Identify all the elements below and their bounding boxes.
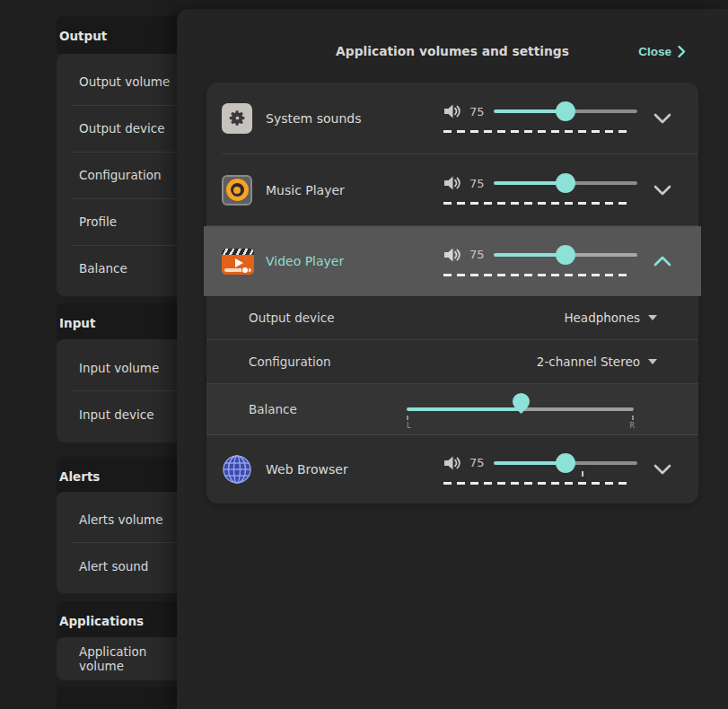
caret-down-icon xyxy=(648,315,657,320)
section-label-applications: Applications xyxy=(59,614,144,628)
sidebar-item-output-device[interactable]: Output device xyxy=(57,106,191,152)
sidebar-item-balance[interactable]: Balance xyxy=(57,246,191,292)
expand-row-button[interactable] xyxy=(653,464,671,475)
balance-label: Balance xyxy=(249,402,297,416)
volume-value: 75 xyxy=(469,248,486,261)
sidebar-item-profile[interactable]: Profile xyxy=(57,199,191,245)
sidebar-item-alert-sound[interactable]: Alert sound xyxy=(57,543,191,589)
sidebar-section-input: Input xyxy=(57,303,191,343)
globe-icon xyxy=(222,454,252,485)
sidebar-group-output: Output volume Output device Configuratio… xyxy=(57,54,191,296)
output-device-label: Output device xyxy=(249,311,335,325)
sidebar-section-alerts: Alerts xyxy=(57,457,191,496)
app-name: Music Player xyxy=(266,183,345,197)
chevron-down-icon xyxy=(653,113,671,124)
speaker-icon xyxy=(222,175,252,206)
volume-value: 75 xyxy=(469,456,486,469)
output-device-dropdown[interactable]: Headphones xyxy=(564,311,657,325)
app-name: Video Player xyxy=(266,254,344,268)
app-row-web-browser[interactable]: Web Browser 75 xyxy=(206,435,698,503)
sidebar-section-applications: Applications xyxy=(57,601,191,641)
sidebar-item-alerts-volume[interactable]: Alerts volume xyxy=(57,496,191,542)
settings-sidebar: Output Output volume Output device Confi… xyxy=(57,0,191,709)
volume-controls: 75 xyxy=(443,247,637,276)
volume-controls: 75 xyxy=(443,455,637,485)
chevron-right-icon xyxy=(678,45,686,57)
configuration-label: Configuration xyxy=(249,354,331,369)
application-volumes-panel: Application volumes and settings Close S… xyxy=(177,9,728,709)
balance-slider-thumb[interactable] xyxy=(509,390,533,414)
sidebar-item-application-volume[interactable]: Application volume xyxy=(57,637,191,680)
app-name: Web Browser xyxy=(266,462,348,477)
volume-value: 75 xyxy=(469,177,486,190)
output-device-value: Headphones xyxy=(564,311,640,325)
volume-value: 75 xyxy=(469,105,486,118)
app-name: System sounds xyxy=(266,111,361,126)
sidebar-group-input: Input volume Input device xyxy=(57,339,191,442)
output-device-row: Output device Headphones xyxy=(206,296,698,340)
close-button[interactable]: Close xyxy=(638,45,686,58)
video-player-icon xyxy=(222,246,252,276)
balance-right-label: R xyxy=(629,422,635,430)
level-meter xyxy=(443,274,629,276)
sidebar-group-applications: Application volume xyxy=(57,637,191,680)
base-volume-tick xyxy=(582,471,583,477)
expand-row-button[interactable] xyxy=(653,113,671,124)
panel-header: Application volumes and settings Close xyxy=(177,9,728,83)
sidebar-item-input-volume[interactable]: Input volume xyxy=(57,345,191,390)
chevron-down-icon xyxy=(653,464,671,475)
expand-row-button[interactable] xyxy=(653,185,671,196)
close-button-label: Close xyxy=(638,45,671,58)
volume-slider[interactable] xyxy=(494,253,637,257)
configuration-value: 2-channel Stereo xyxy=(537,354,640,369)
volume-icon xyxy=(443,175,463,191)
sidebar-section-next xyxy=(57,687,191,709)
app-row-music-player[interactable]: Music Player 75 xyxy=(206,154,698,225)
collapse-row-button[interactable] xyxy=(653,256,671,267)
chevron-down-icon xyxy=(653,185,671,196)
configuration-dropdown[interactable]: 2-channel Stereo xyxy=(537,354,657,369)
volume-slider-thumb[interactable] xyxy=(556,245,575,265)
balance-right-tick xyxy=(632,416,634,420)
volume-slider-thumb[interactable] xyxy=(556,453,575,473)
volume-icon xyxy=(443,247,463,263)
sidebar-section-output: Output xyxy=(57,16,191,56)
volume-icon xyxy=(443,455,463,471)
sidebar-item-input-device[interactable]: Input device xyxy=(57,391,191,437)
sidebar-item-configuration[interactable]: Configuration xyxy=(57,153,191,198)
section-label-output: Output xyxy=(59,29,107,43)
balance-row: Balance L R xyxy=(206,384,698,435)
configuration-row: Configuration 2-channel Stereo xyxy=(206,340,698,384)
app-row-video-player[interactable]: Video Player 75 xyxy=(204,226,701,296)
volume-slider[interactable] xyxy=(494,109,637,113)
caret-down-icon xyxy=(648,359,657,364)
level-meter xyxy=(443,482,629,485)
volume-controls: 75 xyxy=(443,103,637,133)
app-list-card: System sounds 75 xyxy=(206,83,698,503)
level-meter xyxy=(443,130,629,133)
volume-controls: 75 xyxy=(443,175,637,205)
level-meter xyxy=(443,202,629,205)
volume-icon xyxy=(443,103,463,119)
volume-slider[interactable] xyxy=(494,181,637,185)
balance-left-label: L xyxy=(407,422,410,430)
sidebar-group-alerts: Alerts volume Alert sound xyxy=(57,492,191,593)
app-row-system-sounds[interactable]: System sounds 75 xyxy=(206,83,698,153)
volume-slider-thumb[interactable] xyxy=(556,173,575,193)
balance-slider[interactable]: L R xyxy=(407,407,634,411)
section-label-alerts: Alerts xyxy=(59,469,100,484)
panel-title: Application volumes and settings xyxy=(336,44,569,58)
sidebar-item-output-volume[interactable]: Output volume xyxy=(57,59,191,105)
gear-icon xyxy=(222,103,252,134)
volume-slider-thumb[interactable] xyxy=(556,101,575,121)
chevron-up-icon xyxy=(653,256,671,267)
volume-slider[interactable] xyxy=(494,461,637,465)
section-label-input: Input xyxy=(59,316,95,330)
balance-left-tick xyxy=(407,416,408,420)
video-player-settings: Output device Headphones Configuration 2… xyxy=(206,296,698,435)
